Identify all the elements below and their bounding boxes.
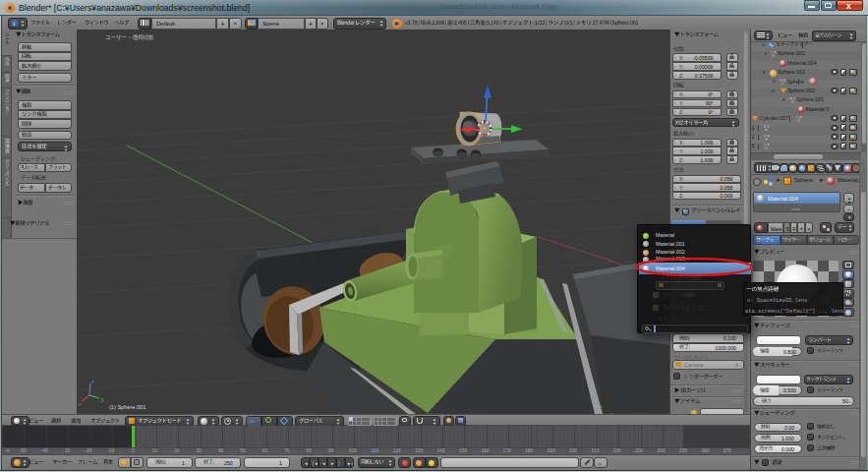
svg-text:y: y (101, 396, 104, 402)
svg-text:z: z (91, 379, 94, 384)
svg-text:x: x (79, 401, 82, 407)
